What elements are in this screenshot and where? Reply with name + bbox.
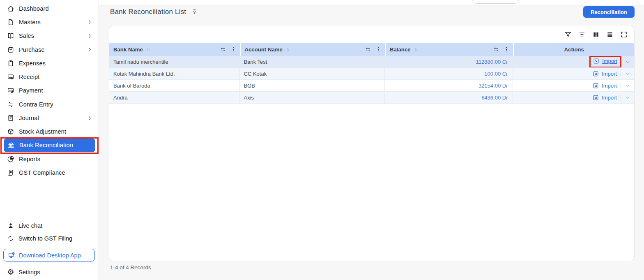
chevron-right-icon <box>87 116 92 121</box>
import-label: Import <box>602 71 617 77</box>
sidebar-item-contra-entry[interactable]: Contra Entry <box>0 97 98 111</box>
chevron-down-icon[interactable] <box>625 83 631 89</box>
column-resize-icon[interactable] <box>220 46 226 53</box>
journal-icon <box>7 114 14 122</box>
sidebar-item-label: Payment <box>19 87 43 94</box>
main-content: Bank Reconciliation List Reconciliation … <box>99 0 644 280</box>
column-label: Account Name <box>245 46 283 53</box>
column-resize-icon[interactable] <box>493 46 499 53</box>
sidebar-item-label: Dashboard <box>19 5 49 12</box>
sidebar-item-payment[interactable]: Payment <box>0 84 98 97</box>
cell-account-name: CC Kotak <box>240 68 385 80</box>
cell-balance: 6436.00 Dr <box>385 92 513 104</box>
bank-icon <box>7 141 15 149</box>
sidebar-item-purchase[interactable]: Purchase <box>0 43 98 56</box>
cell-actions: Import <box>513 80 634 92</box>
column-menu-icon[interactable] <box>230 46 237 53</box>
table-row[interactable]: Andra Axis 6436.00 Dr Import <box>109 92 634 104</box>
sidebar-item-switch-to-gst-filing[interactable]: Switch to GST Filing <box>0 232 98 245</box>
sidebar-item-label: GST Compliance <box>19 169 65 176</box>
import-link[interactable]: Import <box>592 70 617 77</box>
chevron-right-icon <box>87 33 92 39</box>
cell-account-name: BOB <box>240 80 385 92</box>
import-link[interactable]: Import <box>592 82 617 89</box>
table-row[interactable]: Bank of Baroda BOB 32154.00 Dr Import <box>109 80 634 92</box>
divider <box>621 83 621 89</box>
sort-icon[interactable] <box>285 46 291 53</box>
column-label: Bank Name <box>113 46 143 53</box>
cell-balance: 32154.00 Dr <box>385 80 513 92</box>
table-card: Bank Name Account Name <box>109 26 635 261</box>
annotation-box-import: Import <box>589 56 621 68</box>
cell-actions: Import <box>513 68 634 80</box>
column-header-bank-name[interactable]: Bank Name <box>109 43 240 56</box>
column-menu-icon[interactable] <box>375 46 382 53</box>
pin-icon[interactable] <box>191 9 198 16</box>
cell-account-name: Bank Test <box>240 56 385 68</box>
cell-balance: 100.00 Cr <box>385 68 513 80</box>
sidebar-item-settings[interactable]: ⚙ Settings <box>0 266 98 278</box>
box-icon <box>7 128 14 135</box>
sidebar-item-expenses[interactable]: Expenses <box>0 56 98 70</box>
gear-icon: ⚙ <box>7 268 14 276</box>
column-header-balance[interactable]: Balance <box>385 43 513 56</box>
import-link[interactable]: Import <box>593 58 617 65</box>
sort-icon[interactable] <box>145 46 152 53</box>
chevron-down-icon[interactable] <box>625 59 631 65</box>
download-desktop-app-button[interactable]: Download Desktop App <box>3 249 95 261</box>
app-root: Dashboard Masters Sales Purchase Expense… <box>0 0 644 280</box>
sidebar-item-gst-compliance[interactable]: GST Compliance <box>0 166 98 179</box>
home-icon <box>7 5 14 12</box>
page-title-row: Bank Reconciliation List <box>110 8 198 16</box>
cell-account-name: Axis <box>240 92 385 104</box>
column-resize-icon[interactable] <box>365 46 371 53</box>
sidebar-item-dashboard[interactable]: Dashboard <box>0 2 98 15</box>
filter-funnel-icon[interactable] <box>564 31 572 38</box>
filter-lines-icon[interactable] <box>578 31 586 38</box>
sidebar-item-label: Switch to GST Filing <box>18 235 72 242</box>
column-menu-icon[interactable] <box>503 46 510 53</box>
book-icon <box>7 32 14 39</box>
fullscreen-icon[interactable] <box>620 31 628 38</box>
table-row[interactable]: Tamil nadu merchentile Bank Test 112880.… <box>109 56 634 68</box>
sidebar-item-bank-reconciliation[interactable]: Bank Reconciliation <box>4 139 95 152</box>
sort-icon[interactable] <box>413 46 419 53</box>
swap-arrows-icon <box>7 101 14 108</box>
chevron-right-icon <box>87 47 92 52</box>
table-row[interactable]: Kotak Mahindra Bank Ltd. CC Kotak 100.00… <box>109 68 634 80</box>
records-count: 1-4 of 4 Records <box>110 264 151 271</box>
import-label: Import <box>602 95 617 101</box>
sidebar-item-stock-adjustment[interactable]: Stock Adjustment <box>0 125 98 139</box>
sidebar-item-masters[interactable]: Masters <box>0 15 98 29</box>
sidebar-item-reports[interactable]: Reports <box>0 152 98 166</box>
sidebar-item-label: Contra Entry <box>19 101 53 108</box>
shopping-bag-icon <box>7 46 14 53</box>
column-header-account-name[interactable]: Account Name <box>240 43 385 56</box>
cell-bank-name: Bank of Baroda <box>109 80 240 92</box>
rows-icon[interactable] <box>606 31 614 38</box>
column-label: Actions <box>564 46 584 53</box>
sidebar: Dashboard Masters Sales Purchase Expense… <box>0 0 99 280</box>
import-label: Import <box>602 83 617 89</box>
sidebar-item-sales[interactable]: Sales <box>0 29 98 43</box>
download-desktop-app-label: Download Desktop App <box>19 252 81 259</box>
table-header-row: Bank Name Account Name <box>109 43 634 56</box>
chevron-down-icon[interactable] <box>625 71 631 77</box>
divider <box>621 95 621 101</box>
import-icon <box>592 82 599 89</box>
reconciliation-button[interactable]: Reconciliation <box>583 6 635 18</box>
sidebar-item-label: Sales <box>19 32 34 39</box>
columns-icon[interactable] <box>592 31 600 38</box>
table-toolbar <box>109 26 634 43</box>
cell-bank-name: Kotak Mahindra Bank Ltd. <box>109 68 240 80</box>
sidebar-item-journal[interactable]: Journal <box>0 111 98 125</box>
chevron-down-icon[interactable] <box>625 95 631 101</box>
sidebar-item-receipt[interactable]: Receipt <box>0 70 98 83</box>
sidebar-nav: Dashboard Masters Sales Purchase Expense… <box>0 2 98 180</box>
page-title: Bank Reconciliation List <box>110 8 186 16</box>
bill-icon <box>7 169 14 176</box>
sidebar-item-live-chat[interactable]: Live chat <box>0 219 98 232</box>
import-icon <box>592 94 599 101</box>
import-link[interactable]: Import <box>592 94 617 101</box>
sidebar-item-label: Receipt <box>19 74 40 80</box>
